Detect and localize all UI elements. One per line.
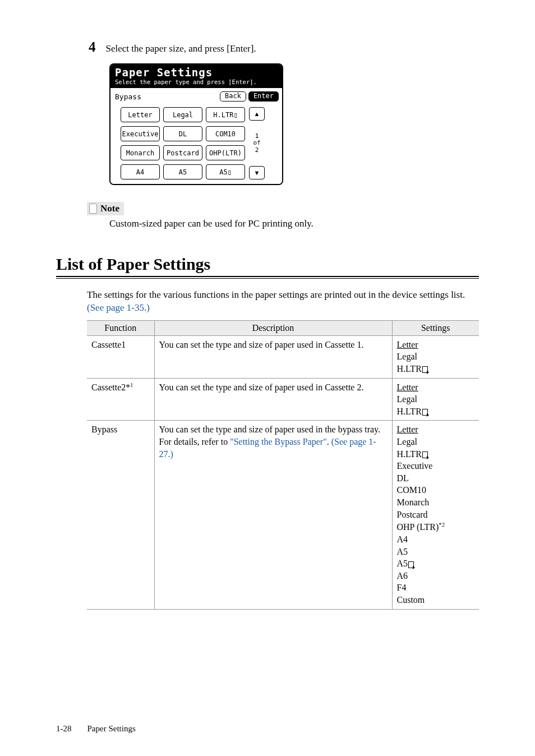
note-header: Note xyxy=(87,202,124,215)
step-text: Select the paper size, and press [Enter]… xyxy=(106,43,256,54)
note-label: Note xyxy=(100,203,119,214)
note-text: Custom-sized paper can be used for PC pr… xyxy=(109,218,479,229)
th-settings: Settings xyxy=(392,320,479,335)
size-option[interactable]: Legal xyxy=(163,107,202,122)
paper-settings-table: Function Description Settings Cassette1 … xyxy=(87,320,479,610)
cell-settings: Letter Legal H.LTR xyxy=(392,378,479,421)
table-row: Cassette2*1 You can set the type and siz… xyxy=(87,378,479,421)
footer: 1-28 Paper Settings xyxy=(56,724,136,734)
cell-function: Cassette2*1 xyxy=(87,378,154,421)
setting-bypass-link[interactable]: "Setting the Bypass Paper" xyxy=(230,437,327,446)
page-indicator: 1 of 2 xyxy=(253,133,260,153)
table-row: Cassette1 You can set the type and size … xyxy=(87,335,479,378)
size-option[interactable]: OHP(LTR) xyxy=(206,145,245,160)
screen-title: Paper Settings xyxy=(115,66,278,79)
section-intro: The settings for the various functions i… xyxy=(87,289,479,315)
size-option[interactable]: H.LTR▯ xyxy=(206,107,245,122)
th-description: Description xyxy=(154,320,392,335)
size-option[interactable]: Executive xyxy=(121,126,160,141)
scroll-down-button[interactable]: ▼ xyxy=(249,166,265,179)
size-option[interactable]: DL xyxy=(163,126,202,141)
table-row: Bypass You can set the type and size of … xyxy=(87,421,479,609)
cell-function: Cassette1 xyxy=(87,335,154,378)
size-option[interactable]: COM10 xyxy=(206,126,245,141)
orientation-icon xyxy=(422,366,428,373)
see-page-link[interactable]: (See page 1-35.) xyxy=(87,302,150,313)
enter-button[interactable]: Enter xyxy=(248,91,279,102)
size-option[interactable]: Monarch xyxy=(121,145,160,160)
cell-function: Bypass xyxy=(87,421,154,609)
footer-page: 1-28 xyxy=(56,724,72,734)
cell-description: You can set the type and size of paper u… xyxy=(154,335,392,378)
screen-source-label: Bypass xyxy=(114,93,141,101)
orientation-icon xyxy=(408,561,414,568)
cell-description: You can set the type and size of paper u… xyxy=(154,421,392,609)
size-option[interactable]: Letter xyxy=(121,107,160,122)
size-option[interactable]: A4 xyxy=(121,164,160,179)
footer-section: Paper Settings xyxy=(87,724,136,734)
orientation-icon xyxy=(422,409,428,416)
orientation-icon xyxy=(422,451,428,458)
device-screen: Paper Settings Select the paper type and… xyxy=(109,63,283,185)
cell-description: You can set the type and size of paper u… xyxy=(154,378,392,421)
section-heading: List of Paper Settings xyxy=(56,255,479,274)
th-function: Function xyxy=(87,320,154,335)
screen-subtitle: Select the paper type and press [Enter]. xyxy=(115,79,278,85)
scroll-up-button[interactable]: ▲ xyxy=(249,107,265,121)
size-option[interactable]: A5▯ xyxy=(206,164,245,179)
section-rule xyxy=(56,276,479,279)
cell-settings: Letter Legal H.LTR Executive DL COM10 Mo… xyxy=(392,421,479,609)
size-option[interactable]: Postcard xyxy=(163,145,202,160)
back-button[interactable]: Back xyxy=(220,91,246,102)
size-option[interactable]: A5 xyxy=(163,164,202,179)
note-icon xyxy=(89,204,97,214)
step-number: 4 xyxy=(89,39,96,55)
cell-settings: Letter Legal H.LTR xyxy=(392,335,479,378)
